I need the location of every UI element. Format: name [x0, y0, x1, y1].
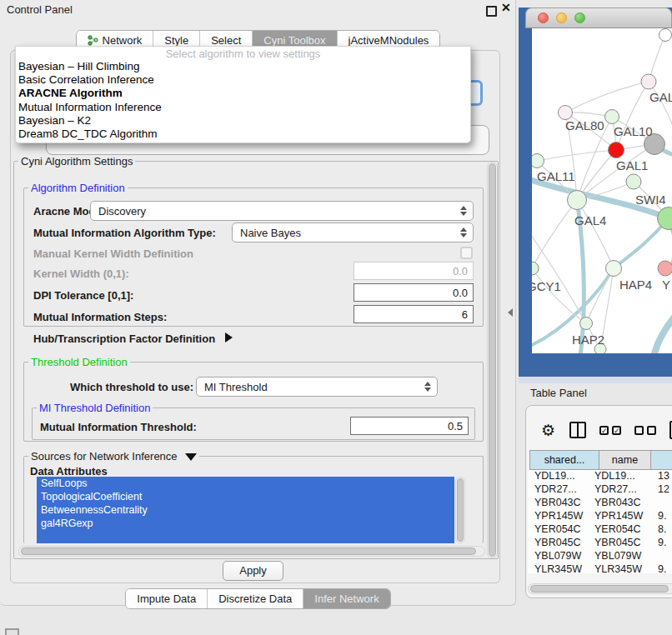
- node-label: GCY1: [532, 279, 561, 293]
- network-node[interactable]: [626, 174, 641, 189]
- table-row[interactable]: YBR043CYBR043C: [528, 497, 672, 510]
- table-cell: YER054C: [594, 523, 641, 535]
- algorithm-option[interactable]: Bayesian – K2: [16, 114, 470, 128]
- algorithm-option[interactable]: Bayesian – Hill Climbing: [16, 60, 470, 73]
- network-icon: [88, 35, 98, 46]
- node-label: HAP4: [619, 278, 652, 292]
- float-window-icon[interactable]: [486, 6, 497, 17]
- table-toolbar: ⚙ ✓✓: [526, 416, 672, 444]
- tab-infer-network[interactable]: Infer Network: [303, 589, 389, 608]
- column-header-partial[interactable]: [650, 450, 672, 470]
- screen: Control Panel ✕ Network Style Select Cyn…: [0, 0, 672, 635]
- table-row[interactable]: YER054CYER054C8.: [528, 523, 672, 537]
- table-row[interactable]: YLR345WYLR345W9.: [528, 563, 672, 573]
- control-panel-titlebar[interactable]: Control Panel ✕: [0, 0, 516, 20]
- split-pane-collapse-arrow[interactable]: [508, 308, 513, 317]
- dpi-tolerance-field[interactable]: 0.0: [354, 283, 474, 302]
- mi-algorithm-type-select[interactable]: Naive Bayes: [232, 222, 474, 242]
- table-cell: YBR045C: [594, 537, 641, 548]
- data-attribute-item[interactable]: SelfLoops: [37, 477, 454, 490]
- network-graph[interactable]: GAL7GAL80GAL10GAL1GAL11SWI4GAL4GCY1HAP4Y…: [532, 28, 672, 353]
- tab-label: Discretize Data: [218, 592, 292, 605]
- tab-label: Infer Network: [314, 592, 379, 605]
- network-window-titlebar[interactable]: [525, 8, 672, 28]
- network-node[interactable]: [559, 106, 573, 120]
- combo-arrows-icon: [460, 206, 467, 216]
- network-node[interactable]: [605, 110, 619, 124]
- which-threshold-value: MI Threshold: [204, 381, 268, 393]
- network-node[interactable]: [659, 29, 672, 42]
- node-label: GAL80: [565, 118, 604, 132]
- column-header-shared[interactable]: shared...: [529, 450, 599, 470]
- table-cell: YDL19...: [534, 470, 575, 482]
- mi-threshold-title: MI Threshold Definition: [37, 402, 153, 414]
- data-attribute-item[interactable]: BetweennessCentrality: [37, 503, 454, 517]
- data-attribute-item[interactable]: TopologicalCoefficient: [37, 490, 454, 503]
- aracne-mode-select[interactable]: Discovery: [90, 201, 474, 221]
- which-threshold-label: Which threshold to use:: [70, 381, 193, 393]
- table-horizontal-scrollbar[interactable]: [528, 583, 672, 594]
- network-node[interactable]: [609, 142, 624, 158]
- network-node[interactable]: [606, 261, 622, 277]
- algorithm-option[interactable]: ARACNE Algorithm: [16, 87, 470, 100]
- hub-expander[interactable]: Hub/Transcription Factor Definition: [33, 332, 233, 345]
- network-canvas[interactable]: GAL7GAL80GAL10GAL1GAL11SWI4GAL4GCY1HAP4Y…: [532, 28, 672, 353]
- table-rows: YDL19...YDL19...13YDR27...YDR27...12YBR0…: [528, 470, 672, 573]
- kernel-width-field[interactable]: 0.0: [354, 262, 474, 280]
- data-attributes-list[interactable]: SelfLoopsTopologicalCoefficientBetweenne…: [37, 477, 454, 543]
- network-node[interactable]: [568, 191, 587, 210]
- algorithm-option[interactable]: Mutual Information Inference: [16, 101, 470, 114]
- algorithm-option[interactable]: Dream8 DC_TDC Algorithm: [16, 128, 470, 141]
- zoom-window-icon[interactable]: [574, 12, 585, 23]
- attributes-list-scrollbar[interactable]: [455, 477, 465, 543]
- network-node[interactable]: [532, 154, 544, 168]
- node-label: GAL4: [574, 213, 606, 228]
- table-cell: 13: [658, 470, 669, 482]
- mi-steps-field[interactable]: 6: [354, 305, 474, 323]
- sources-title[interactable]: Sources for Network Inference: [28, 450, 199, 462]
- close-window-icon[interactable]: [538, 12, 549, 23]
- table-cell: YBR043C: [534, 497, 581, 508]
- table-cell: YDR27...: [594, 483, 637, 495]
- node-label: SWI4: [635, 192, 666, 207]
- select-all-icon[interactable]: ✓✓: [599, 426, 621, 435]
- tab-discretize-data[interactable]: Discretize Data: [207, 589, 303, 608]
- table-cell: YBR043C: [594, 497, 641, 508]
- table-row[interactable]: YBR045CYBR045C9.: [528, 537, 672, 550]
- settings-horizontal-scrollbar[interactable]: [18, 546, 485, 557]
- mi-threshold-field[interactable]: 0.5: [350, 417, 469, 435]
- network-node[interactable]: [580, 318, 593, 330]
- node-label: GAL10: [614, 124, 653, 138]
- algorithm-option[interactable]: Basic Correlation Inference: [16, 73, 470, 87]
- minimized-panel-icon[interactable]: [5, 628, 19, 635]
- close-panel-icon[interactable]: ✕: [501, 1, 511, 14]
- tab-impute-data[interactable]: Impute Data: [126, 589, 207, 608]
- table-row[interactable]: YBL079WYBL079W: [528, 550, 672, 563]
- column-header-name[interactable]: name: [599, 450, 651, 470]
- table-cell: YLR345W: [594, 563, 642, 573]
- deselect-all-icon[interactable]: [634, 426, 656, 435]
- split-columns-icon[interactable]: [569, 422, 586, 438]
- node-label: Y: [662, 278, 670, 292]
- data-attribute-item[interactable]: gal4RGexp: [37, 517, 454, 530]
- tab-label: Select: [211, 34, 241, 47]
- combo-arrows-icon: [424, 382, 431, 392]
- network-node[interactable]: [641, 74, 656, 89]
- node-label: HAP2: [572, 332, 604, 347]
- apply-button[interactable]: Apply: [223, 561, 283, 581]
- table-row[interactable]: YPR145WYPR145W9.: [528, 510, 672, 523]
- tab-label: Style: [164, 34, 188, 47]
- control-panel-title: Control Panel: [7, 3, 73, 16]
- settings-group-title: Cyni Algorithm Settings: [18, 155, 135, 168]
- expander-expanded-icon: [185, 453, 197, 461]
- tab-label: Network: [103, 34, 143, 47]
- network-node[interactable]: [658, 261, 672, 276]
- table-row[interactable]: YDR27...YDR27...12: [528, 483, 672, 497]
- table-row[interactable]: YDL19...YDL19...13: [528, 470, 672, 483]
- gear-icon[interactable]: ⚙: [541, 421, 555, 439]
- manual-kernel-checkbox[interactable]: [460, 247, 473, 259]
- network-node[interactable]: [532, 262, 539, 275]
- which-threshold-select[interactable]: MI Threshold: [196, 377, 438, 397]
- settings-vertical-scrollbar[interactable]: [487, 162, 498, 558]
- minimize-window-icon[interactable]: [556, 12, 567, 23]
